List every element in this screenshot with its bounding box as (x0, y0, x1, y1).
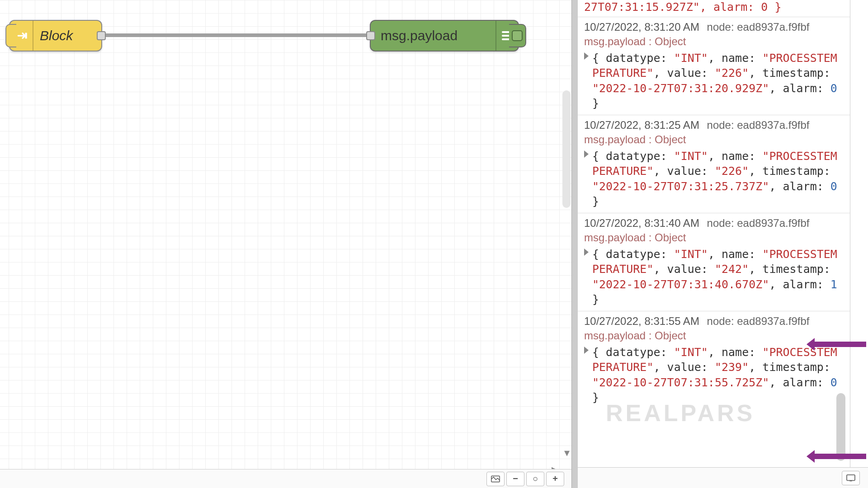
debug-msg-body[interactable]: { datatype: "INT", name: "PROCESSTEMPERA… (584, 51, 841, 111)
expand-caret-icon[interactable] (584, 347, 589, 354)
inject-trigger-button[interactable] (5, 24, 16, 47)
debug-sidebar: 27T07:31:15.927Z", alarm: 0 } 10/27/2022… (578, 0, 850, 470)
debug-node-label: msg.payload (371, 28, 495, 43)
expand-caret-icon[interactable] (584, 249, 589, 256)
navigator-button[interactable] (486, 472, 505, 486)
svg-rect-3 (849, 480, 852, 481)
svg-rect-2 (847, 474, 855, 480)
debug-msg-topic: msg.payload : Object (584, 35, 841, 48)
debug-msg-timestamp: 10/27/2022, 8:31:20 AM (584, 21, 699, 33)
debug-msg-node: node: ead8937a.f9fbf (707, 217, 810, 229)
debug-msg-topic: msg.payload : Object (584, 329, 841, 342)
debug-msg-body[interactable]: { datatype: "INT", name: "PROCESSTEMPERA… (584, 247, 841, 307)
debug-message[interactable]: 10/27/2022, 8:31:20 AM node: ead8937a.f9… (578, 17, 850, 115)
debug-msg-timestamp: 10/27/2022, 8:31:55 AM (584, 315, 699, 327)
debug-msg-node: node: ead8937a.f9fbf (707, 315, 810, 327)
debug-msg-header: 10/27/2022, 8:31:20 AM node: ead8937a.f9… (584, 21, 841, 33)
debug-msg-body[interactable]: { datatype: "INT", name: "PROCESSTEMPERA… (584, 345, 841, 405)
zoom-out-button[interactable]: − (506, 472, 524, 486)
debug-msg-header: 10/27/2022, 8:31:25 AM node: ead8937a.f9… (584, 119, 841, 131)
svg-rect-0 (25, 33, 27, 39)
inject-node-block[interactable]: Block (9, 20, 102, 52)
chevron-down-icon[interactable]: ▾ (564, 446, 570, 459)
zoom-reset-button[interactable]: ○ (526, 472, 544, 486)
open-window-button[interactable] (842, 471, 860, 485)
input-port[interactable] (366, 31, 375, 40)
debug-msg-node: node: ead8937a.f9fbf (707, 119, 810, 131)
debug-enable-toggle[interactable] (509, 24, 526, 47)
inject-node-label: Block (33, 28, 101, 43)
debug-msg-timestamp: 10/27/2022, 8:31:40 AM (584, 217, 699, 229)
debug-msg-topic: msg.payload : Object (584, 133, 841, 146)
expand-caret-icon[interactable] (584, 52, 589, 60)
canvas-footer: − ○ + (0, 469, 571, 488)
sidebar-footer (578, 467, 868, 488)
annotation-arrow-icon (814, 342, 866, 347)
debug-msg-body[interactable]: { datatype: "INT", name: "PROCESSTEMPERA… (584, 149, 841, 209)
debug-msg-topic: msg.payload : Object (584, 231, 841, 244)
debug-msg-node: node: ead8937a.f9fbf (707, 21, 810, 33)
debug-node[interactable]: msg.payload (370, 20, 519, 52)
canvas-v-scrollbar[interactable] (562, 90, 571, 208)
debug-v-scrollbar[interactable] (836, 393, 845, 461)
debug-message[interactable]: 10/27/2022, 8:31:55 AM node: ead8937a.f9… (578, 311, 850, 409)
annotation-arrow-icon (814, 454, 866, 459)
expand-caret-icon[interactable] (584, 150, 589, 158)
node-wire[interactable] (95, 33, 368, 37)
debug-msg-timestamp: 10/27/2022, 8:31:25 AM (584, 119, 699, 131)
debug-message[interactable]: 10/27/2022, 8:31:25 AM node: ead8937a.f9… (578, 115, 850, 213)
prev-msg-tail: 27T07:31:15.927Z", alarm: 0 } (578, 0, 850, 17)
debug-msg-header: 10/27/2022, 8:31:55 AM node: ead8937a.f9… (584, 315, 841, 328)
output-port[interactable] (97, 31, 106, 40)
zoom-in-button[interactable]: + (546, 472, 564, 486)
debug-message[interactable]: 10/27/2022, 8:31:40 AM node: ead8937a.f9… (578, 213, 850, 311)
debug-msg-header: 10/27/2022, 8:31:40 AM node: ead8937a.f9… (584, 217, 841, 230)
flow-canvas[interactable]: Block msg.payload ▾ ▸ (0, 0, 571, 488)
